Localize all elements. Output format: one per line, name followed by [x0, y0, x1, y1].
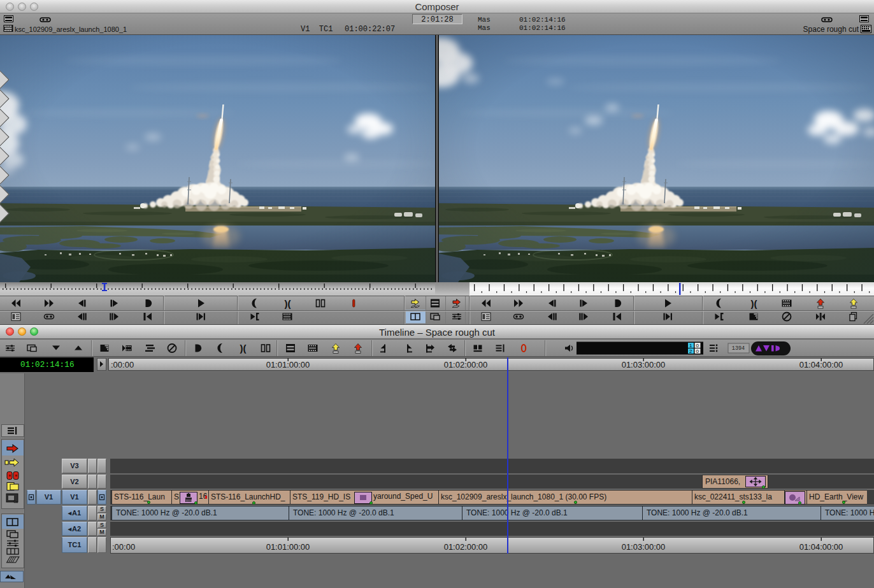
svg-text:2: 2 [689, 348, 692, 354]
svg-text:0: 0 [696, 348, 699, 354]
svg-text:1: 1 [689, 343, 692, 348]
svg-text:0: 0 [696, 343, 699, 348]
svg-text:1394: 1394 [732, 345, 745, 352]
